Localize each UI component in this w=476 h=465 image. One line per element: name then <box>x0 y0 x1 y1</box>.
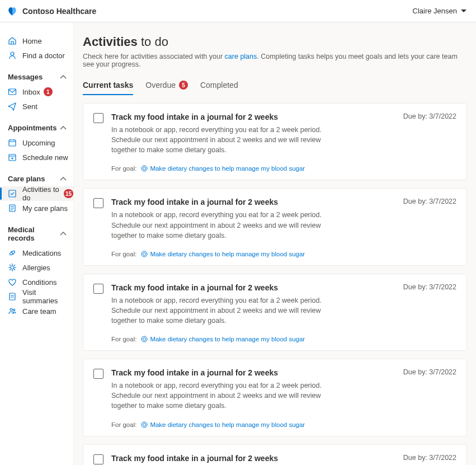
user-menu[interactable]: Claire Jensen <box>413 7 468 15</box>
tab-label: Completed <box>200 81 238 90</box>
sidebar-item-label: Sent <box>22 102 37 111</box>
sidebar-section-label: Care plans <box>8 175 45 183</box>
sidebar-section-label: Medical records <box>8 226 60 242</box>
sidebar-section-messages[interactable]: Messages <box>0 69 73 84</box>
sidebar-item-label: Allergies <box>22 264 50 272</box>
chevron-up-icon <box>60 125 67 131</box>
svg-rect-8 <box>10 293 15 300</box>
task-title: Track my food intake in a journal for 2 … <box>111 283 278 292</box>
heart-logo-icon <box>7 6 18 17</box>
goal-link[interactable]: Make dietary changes to help manage my b… <box>141 421 305 428</box>
sidebar-section-care-plans[interactable]: Care plans <box>0 171 73 186</box>
target-icon <box>141 336 148 342</box>
sidebar-item-schedule-new[interactable]: Schedule new <box>0 150 73 165</box>
brand-name: Contoso Healthcare <box>22 7 96 16</box>
sidebar-section-medical-records[interactable]: Medical records <box>0 222 73 246</box>
badge: 15 <box>64 189 73 198</box>
svg-point-18 <box>143 423 146 426</box>
sidebar-item-label: Inbox <box>22 88 40 96</box>
task-checkbox[interactable] <box>93 284 103 294</box>
page-title-rest: to do <box>138 35 168 49</box>
sidebar-item-label: Home <box>22 37 42 45</box>
task-title: Track my food intake in a journal for 2 … <box>111 368 278 377</box>
sidebar-item-visit-summaries[interactable]: Visit summaries <box>0 289 73 304</box>
target-icon <box>141 251 148 257</box>
brand: Contoso Healthcare <box>7 6 96 17</box>
task-card: Track my food intake in a journal for 2 … <box>83 103 467 180</box>
sidebar-item-find-doctor[interactable]: Find a doctor <box>0 48 73 63</box>
chevron-up-icon <box>60 231 67 237</box>
mail-icon <box>8 87 17 96</box>
task-card: Track my food intake in a journal for 2 … <box>83 359 467 436</box>
task-body: Track my food intake in a journal for 2 … <box>111 454 456 466</box>
task-list: Track my food intake in a journal for 2 … <box>83 103 467 465</box>
task-goal: For goal: Make dietary changes to help m… <box>111 165 456 172</box>
sidebar-item-home[interactable]: Home <box>0 34 73 48</box>
chevron-up-icon <box>60 176 67 182</box>
user-name: Claire Jensen <box>413 7 458 15</box>
target-icon <box>141 165 148 172</box>
tab-label: Overdue <box>145 81 176 90</box>
chevron-up-icon <box>60 74 67 81</box>
goal-label: For goal: <box>111 336 136 342</box>
task-description: In a notebook or app, record everything … <box>111 210 346 240</box>
svg-point-16 <box>143 338 146 341</box>
tab-label: Current tasks <box>83 81 133 90</box>
task-title: Track my food intake in a journal for 2 … <box>111 198 278 206</box>
tab-overdue[interactable]: Overdue 5 <box>145 77 188 95</box>
sidebar-item-label: Activities to do <box>22 185 60 202</box>
task-card: Track my food intake in a journal for 2 … <box>83 444 467 466</box>
sidebar-item-upcoming[interactable]: Upcoming <box>0 135 73 150</box>
task-card: Track my food intake in a journal for 2 … <box>83 274 467 351</box>
care-plans-link[interactable]: care plans <box>225 53 257 60</box>
sidebar-item-label: Schedule new <box>22 153 68 162</box>
sidebar-item-label: Conditions <box>22 278 56 286</box>
task-checkbox[interactable] <box>93 198 103 208</box>
goal-link[interactable]: Make dietary changes to help manage my b… <box>141 251 305 257</box>
sidebar-item-label: Medications <box>22 249 61 257</box>
tab-completed[interactable]: Completed <box>200 77 238 95</box>
sidebar-item-my-care-plans[interactable]: My care plans <box>0 201 73 215</box>
goal-label: For goal: <box>111 421 136 428</box>
task-due-date: Due by: 3/7/2022 <box>403 198 456 205</box>
tabs: Current tasks Overdue 5 Completed <box>83 77 467 95</box>
chevron-down-icon <box>460 8 467 15</box>
goal-label: For goal: <box>111 251 136 257</box>
task-goal: For goal: Make dietary changes to help m… <box>111 336 456 342</box>
sidebar-item-medications[interactable]: Medications <box>0 246 73 260</box>
task-description: In a notebook or app, record everything … <box>111 295 346 326</box>
tab-current-tasks[interactable]: Current tasks <box>83 77 133 95</box>
svg-point-12 <box>143 167 146 170</box>
pill-icon <box>8 248 17 257</box>
doctor-icon <box>8 51 17 60</box>
checklist-icon <box>8 189 17 198</box>
send-icon <box>8 102 17 111</box>
task-description: In a notebook or app, record everything … <box>111 125 346 155</box>
svg-point-17 <box>142 422 147 428</box>
sidebar-item-label: Upcoming <box>22 139 55 147</box>
task-checkbox[interactable] <box>93 454 103 464</box>
page-title-emph: Activities <box>83 35 138 49</box>
sidebar-item-label: Visit summaries <box>22 288 73 305</box>
sidebar-item-allergies[interactable]: Allergies <box>0 260 73 275</box>
sidebar-item-activities-to-do[interactable]: Activities to do 15 <box>0 186 73 201</box>
sidebar-section-label: Appointments <box>8 124 56 132</box>
task-checkbox[interactable] <box>93 113 103 123</box>
svg-point-11 <box>142 166 147 171</box>
task-checkbox[interactable] <box>93 369 103 379</box>
svg-rect-2 <box>9 140 16 146</box>
svg-point-15 <box>142 336 147 342</box>
svg-rect-4 <box>9 190 16 197</box>
sidebar-item-sent[interactable]: Sent <box>0 99 73 114</box>
sidebar-item-conditions[interactable]: Conditions <box>0 275 73 289</box>
svg-point-14 <box>143 252 146 255</box>
task-title: Track my food intake in a journal for 2 … <box>111 454 278 463</box>
goal-link[interactable]: Make dietary changes to help manage my b… <box>141 336 305 342</box>
sidebar-section-appointments[interactable]: Appointments <box>0 120 73 135</box>
sidebar-item-care-team[interactable]: Care team <box>0 304 73 318</box>
task-title: Track my food intake in a journal for 2 … <box>111 112 278 121</box>
task-goal: For goal: Make dietary changes to help m… <box>111 251 456 257</box>
goal-label: For goal: <box>111 165 136 172</box>
sidebar-item-inbox[interactable]: Inbox 1 <box>0 84 73 99</box>
goal-link[interactable]: Make dietary changes to help manage my b… <box>141 165 305 172</box>
